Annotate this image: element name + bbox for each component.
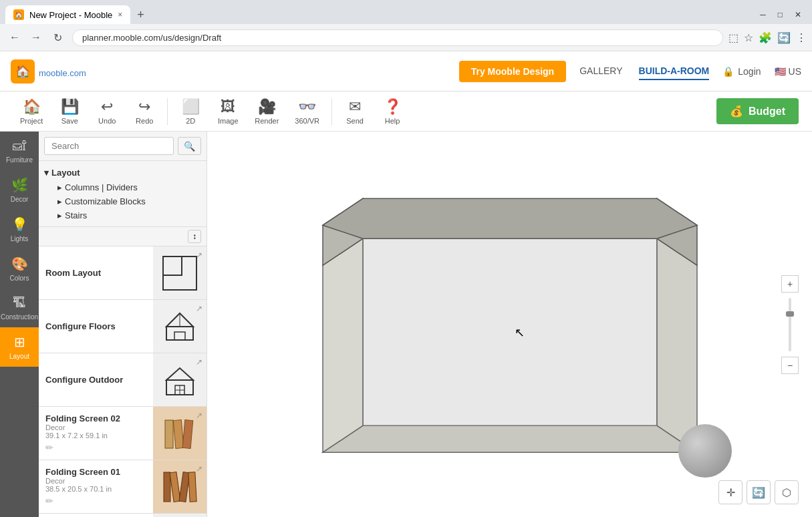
- 2d-tool-button[interactable]: ⬜ 2D: [173, 94, 208, 129]
- flag-icon: 🇺🇸: [775, 66, 786, 77]
- edit-icon: ✏: [45, 442, 146, 453]
- item-arrow-icon: ↗: [196, 464, 202, 474]
- project-tool-button[interactable]: 🏠 Project: [13, 94, 49, 129]
- extension-icon[interactable]: 🧩: [759, 31, 772, 44]
- 360vr-icon: 👓: [298, 98, 316, 116]
- bottom-action-buttons: ✛ 🔄 ⬡: [718, 480, 799, 504]
- project-icon: 🏠: [23, 98, 41, 116]
- address-input[interactable]: [72, 29, 723, 46]
- tree-item-columns[interactable]: ▸ Columns | Dividers: [44, 180, 201, 194]
- send-icon: ✉: [349, 98, 361, 116]
- svg-marker-20: [323, 238, 363, 452]
- tree-arrow-icon-2: ▸: [57, 196, 62, 206]
- redo-tool-button[interactable]: ↪ Redo: [127, 94, 162, 129]
- send-tool-button[interactable]: ✉ Send: [337, 94, 372, 129]
- folding-screen-01-thumb: [160, 467, 200, 507]
- reload-button[interactable]: ↻: [48, 28, 67, 47]
- help-tool-button[interactable]: ❓ Help: [375, 94, 410, 129]
- items-list: Room Layout ↗ Configure Floors ↗: [39, 246, 207, 517]
- window-controls: ─ □ ✕: [755, 9, 807, 21]
- svg-marker-18: [323, 425, 697, 452]
- render-tool-button[interactable]: 🎥 Render: [248, 94, 285, 129]
- us-button[interactable]: 🇺🇸 US: [775, 66, 801, 77]
- zoom-handle[interactable]: [786, 311, 794, 317]
- login-button[interactable]: 🔒 Login: [722, 66, 761, 77]
- bookmark-icon[interactable]: ☆: [744, 31, 753, 44]
- tree-header[interactable]: ▾ Layout: [44, 165, 201, 180]
- close-window-button[interactable]: ✕: [789, 9, 807, 21]
- list-item[interactable]: Configure Floors ↗: [39, 300, 207, 353]
- decor-icon: 🌿: [11, 177, 28, 193]
- item-arrow-icon: ↗: [196, 250, 202, 260]
- list-item[interactable]: Configure Outdoor ↗: [39, 353, 207, 407]
- back-button[interactable]: ←: [5, 28, 24, 47]
- search-button[interactable]: 🔍: [178, 137, 201, 155]
- maximize-button[interactable]: □: [773, 9, 788, 21]
- sync-icon[interactable]: 🔄: [777, 31, 791, 44]
- toolbar: 🏠 Project 💾 Save ↩ Undo ↪ Redo ⬜ 2D 🖼 Im…: [0, 92, 812, 132]
- sort-bar: ↕: [39, 226, 207, 246]
- sidebar-item-decor[interactable]: 🌿 Decor: [0, 170, 39, 210]
- undo-icon: ↩: [101, 98, 113, 116]
- header-nav: GALLERY BUILD-A-ROOM: [579, 63, 709, 80]
- sidebar-item-colors[interactable]: 🎨 Colors: [0, 249, 39, 289]
- sort-button[interactable]: ↕: [188, 230, 201, 243]
- zoom-track: [789, 298, 791, 351]
- colors-icon: 🎨: [11, 256, 28, 272]
- sidebar-item-furniture[interactable]: 🛋 Furniture: [0, 132, 39, 170]
- redo-icon: ↪: [138, 98, 150, 116]
- save-icon: 💾: [61, 98, 79, 116]
- zoom-out-button[interactable]: −: [781, 357, 799, 374]
- tree-item-stairs[interactable]: ▸ Stairs: [44, 208, 201, 222]
- save-tool-button[interactable]: 💾 Save: [52, 94, 87, 129]
- cast-icon[interactable]: ⬚: [728, 31, 738, 44]
- undo-tool-button[interactable]: ↩ Undo: [90, 94, 124, 129]
- item-thumbnail: ↗: [153, 460, 207, 513]
- svg-marker-21: [657, 238, 697, 452]
- rotate-button[interactable]: 🔄: [747, 480, 771, 504]
- sidebar-icons: 🛋 Furniture 🌿 Decor 💡 Lights 🎨 Colors 🏗 …: [0, 132, 39, 517]
- gallery-nav-item[interactable]: GALLERY: [579, 63, 622, 80]
- tree-item-blocks[interactable]: ▸ Customizable Blocks: [44, 194, 201, 208]
- list-item[interactable]: Composable Panel 06 ↗: [39, 514, 207, 517]
- search-input[interactable]: [44, 137, 174, 155]
- tab-close-btn[interactable]: ×: [118, 10, 122, 19]
- main-layout: 🛋 Furniture 🌿 Decor 💡 Lights 🎨 Colors 🏗 …: [0, 132, 812, 517]
- sidebar-item-construction[interactable]: 🏗 Construction: [0, 289, 39, 327]
- forward-button[interactable]: →: [27, 28, 45, 47]
- new-tab-button[interactable]: +: [133, 7, 148, 23]
- lights-icon: 💡: [11, 216, 28, 232]
- sidebar-item-layout[interactable]: ⊞ Layout: [0, 327, 39, 367]
- zoom-in-button[interactable]: +: [781, 275, 799, 293]
- svg-rect-5: [174, 332, 185, 340]
- svg-rect-2: [166, 327, 193, 340]
- minimize-button[interactable]: ─: [755, 9, 771, 21]
- budget-button[interactable]: 💰 Budget: [716, 98, 799, 124]
- item-thumbnail: ↗: [153, 246, 207, 299]
- zoom-controls: + −: [781, 275, 799, 374]
- sidebar-item-lights[interactable]: 💡 Lights: [0, 210, 39, 249]
- image-tool-button[interactable]: 🖼 Image: [211, 94, 245, 129]
- svg-rect-11: [165, 420, 173, 448]
- tab-title: New Project - Mooble: [29, 10, 112, 20]
- tree-arrow-icon: ▸: [57, 182, 62, 192]
- tree-arrow-icon-3: ▸: [57, 210, 62, 220]
- more-icon[interactable]: ⋮: [796, 31, 807, 44]
- room-layout-thumb: [160, 253, 200, 293]
- tab-bar: 🏠 New Project - Mooble × + ─ □ ✕: [0, 0, 812, 24]
- move-button[interactable]: ✛: [718, 480, 742, 504]
- folding-screen-02-thumb: [160, 413, 200, 454]
- build-a-room-nav-item[interactable]: BUILD-A-ROOM: [639, 63, 710, 80]
- 3d-view-area[interactable]: ↖ ✛ 🔄 ⬡ + −: [207, 132, 812, 517]
- list-item[interactable]: Room Layout ↗: [39, 246, 207, 300]
- navigation-sphere[interactable]: [678, 424, 732, 478]
- list-item[interactable]: Folding Screen 02 Decor 39.1 x 7.2 x 59.…: [39, 407, 207, 460]
- edit-icon: ✏: [45, 496, 146, 506]
- item-info: Configure Outdoor: [39, 353, 153, 406]
- 360vr-tool-button[interactable]: 👓 360/VR: [288, 94, 326, 129]
- list-item[interactable]: Folding Screen 01 Decor 38.5 x 20.5 x 70…: [39, 460, 207, 514]
- active-tab[interactable]: 🏠 New Project - Mooble ×: [5, 5, 130, 24]
- cube-button[interactable]: ⬡: [775, 480, 799, 504]
- sphere-display: [678, 424, 732, 478]
- try-mooble-button[interactable]: Try Mooble Design: [459, 61, 566, 82]
